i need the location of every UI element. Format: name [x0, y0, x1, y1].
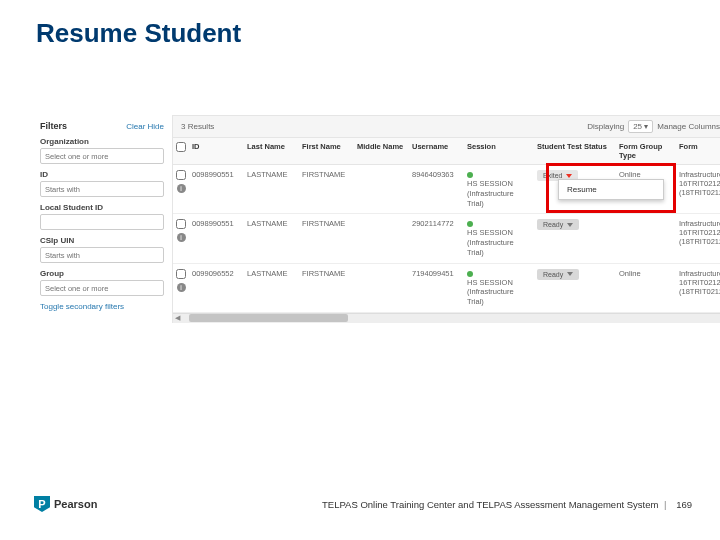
cell-middle	[354, 216, 409, 222]
session-text: HS SESSION (Infrastructure Trial)	[467, 278, 531, 307]
pearson-name: Pearson	[54, 498, 97, 510]
table-header-row: ID Last Name First Name Middle Name User…	[173, 138, 720, 165]
org-label: Organization	[40, 137, 164, 146]
caret-down-icon	[566, 174, 572, 178]
cell-form: Infrastructure 16TRIT0212E (18TRIT02128	[676, 266, 720, 299]
cuin-label: CSIp UIN	[40, 236, 164, 245]
row-checkbox[interactable]	[176, 219, 186, 229]
col-last[interactable]: Last Name	[244, 138, 299, 164]
status-dropdown-menu: Resume	[558, 179, 664, 200]
cell-formgroup	[616, 216, 676, 222]
results-panel: 3 Results Displaying 25 ▾ Manage Columns…	[172, 115, 720, 323]
cell-middle	[354, 266, 409, 272]
cell-user: 7194099451	[409, 266, 464, 281]
cell-middle	[354, 167, 409, 173]
cell-id: 0099096552	[189, 266, 244, 281]
scroll-left-icon[interactable]: ◀	[173, 314, 181, 322]
cell-last: LASTNAME	[244, 266, 299, 281]
status-dot-icon	[467, 221, 473, 227]
page-title: Resume Student	[0, 0, 720, 59]
cell-form: Infrastructure 16TRIT0212E (18TRIT02128	[676, 167, 720, 200]
caret-down-icon	[567, 223, 573, 227]
cell-session: HS SESSION (Infrastructure Trial)	[464, 167, 534, 211]
app-frame: Filters Clear Hide Organization ID Local…	[32, 115, 710, 323]
cell-last: LASTNAME	[244, 167, 299, 182]
status-value: Exited	[543, 172, 562, 179]
status-dot-icon	[467, 271, 473, 277]
session-text: HS SESSION (Infrastructure Trial)	[467, 179, 531, 208]
table-row: i 0098990551 LASTNAME FIRSTNAME 29021147…	[173, 214, 720, 263]
id-input[interactable]	[40, 181, 164, 197]
manage-columns-link[interactable]: Manage Columns	[657, 122, 720, 131]
separator: |	[664, 499, 666, 510]
col-first[interactable]: First Name	[299, 138, 354, 164]
filters-panel: Filters Clear Hide Organization ID Local…	[32, 115, 172, 323]
page-number: 169	[676, 499, 692, 510]
scroll-track[interactable]	[189, 314, 720, 322]
resume-option[interactable]: Resume	[567, 185, 655, 194]
col-form[interactable]: Form	[676, 138, 720, 164]
col-middle[interactable]: Middle Name	[354, 138, 409, 164]
session-text: HS SESSION (Infrastructure Trial)	[467, 228, 531, 257]
org-input[interactable]	[40, 148, 164, 164]
info-icon[interactable]: i	[177, 184, 186, 193]
page-size-value: 25	[633, 122, 642, 131]
lsid-label: Local Student ID	[40, 203, 164, 212]
row-checkbox[interactable]	[176, 170, 186, 180]
cell-session: HS SESSION (Infrastructure Trial)	[464, 266, 534, 310]
footer-text: TELPAS Online Training Center and TELPAS…	[322, 499, 692, 510]
cell-formgroup: Online	[616, 266, 676, 281]
select-all-checkbox[interactable]	[176, 142, 186, 152]
pearson-logo: P Pearson	[34, 496, 97, 512]
footer-caption: TELPAS Online Training Center and TELPAS…	[322, 499, 658, 510]
cell-id: 0098990551	[189, 167, 244, 182]
group-label: Group	[40, 269, 164, 278]
students-table: ID Last Name First Name Middle Name User…	[173, 138, 720, 313]
page-size-select[interactable]: 25 ▾	[628, 120, 653, 133]
cell-session: HS SESSION (Infrastructure Trial)	[464, 216, 534, 260]
displaying-label: Displaying	[587, 122, 624, 131]
status-dropdown[interactable]: Ready	[537, 219, 579, 230]
status-dot-icon	[467, 172, 473, 178]
cuin-input[interactable]	[40, 247, 164, 263]
group-input[interactable]	[40, 280, 164, 296]
row-checkbox[interactable]	[176, 269, 186, 279]
results-topbar: 3 Results Displaying 25 ▾ Manage Columns…	[173, 116, 720, 138]
cell-first: FIRSTNAME	[299, 167, 354, 182]
pearson-mark-icon: P	[34, 496, 50, 512]
cell-first: FIRSTNAME	[299, 266, 354, 281]
horizontal-scrollbar[interactable]: ◀ ▶	[173, 313, 720, 323]
filters-heading: Filters	[40, 121, 67, 131]
cell-form: Infrastructure 16TRIT0212E (18TRIT02128	[676, 216, 720, 249]
cell-last: LASTNAME	[244, 216, 299, 231]
cell-user: 8946409363	[409, 167, 464, 182]
cell-first: FIRSTNAME	[299, 216, 354, 231]
cell-id: 0098990551	[189, 216, 244, 231]
col-user[interactable]: Username	[409, 138, 464, 164]
status-value: Ready	[543, 271, 563, 278]
info-icon[interactable]: i	[177, 283, 186, 292]
clear-hide-link[interactable]: Clear Hide	[126, 122, 164, 131]
info-icon[interactable]: i	[177, 233, 186, 242]
cell-user: 2902114772	[409, 216, 464, 231]
lsid-input[interactable]	[40, 214, 164, 230]
status-value: Ready	[543, 221, 563, 228]
toggle-secondary-filters-link[interactable]: Toggle secondary filters	[40, 302, 164, 311]
col-id[interactable]: ID	[189, 138, 244, 164]
results-count: 3 Results	[181, 122, 214, 131]
table-row: i 0099096552 LASTNAME FIRSTNAME 71940994…	[173, 264, 720, 313]
id-label: ID	[40, 170, 164, 179]
col-formgroup[interactable]: Form Group Type	[616, 138, 676, 164]
col-session[interactable]: Session	[464, 138, 534, 164]
caret-down-icon	[567, 272, 573, 276]
scroll-thumb[interactable]	[189, 314, 348, 322]
col-status[interactable]: Student Test Status	[534, 138, 616, 164]
footer: P Pearson TELPAS Online Training Center …	[0, 496, 720, 512]
status-dropdown[interactable]: Ready	[537, 269, 579, 280]
